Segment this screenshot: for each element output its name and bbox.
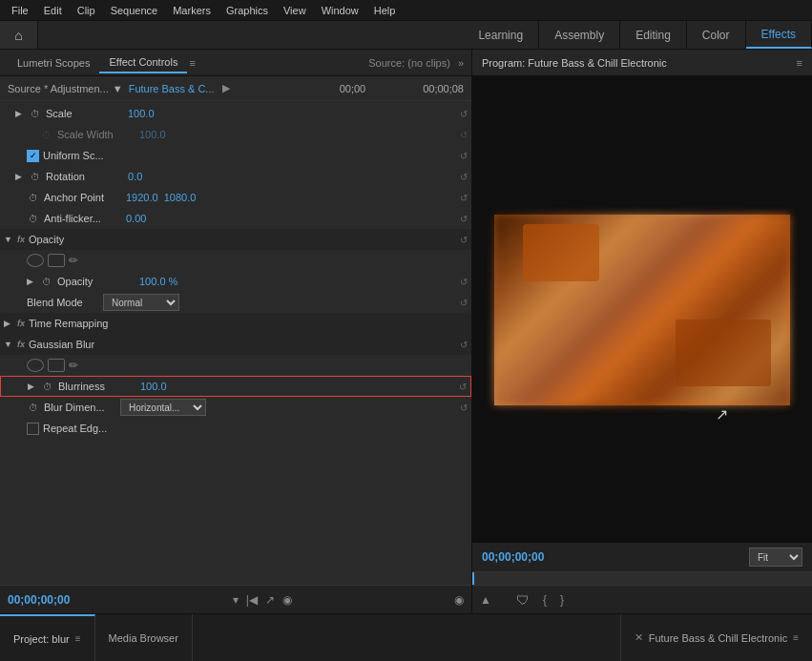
project-blur-menu-icon[interactable]: ≡	[75, 633, 81, 644]
opacity-stopwatch-icon[interactable]: ⏱	[40, 277, 53, 287]
menu-help[interactable]: Help	[366, 3, 404, 18]
fit-select[interactable]: Fit 25% 50% 75% 100%	[749, 547, 802, 567]
uniform-scale-row[interactable]: ✓ Uniform Sc... ↺	[0, 145, 471, 166]
blend-mode-select[interactable]: Normal Dissolve Multiply Screen	[103, 294, 179, 311]
blurriness-stopwatch-icon[interactable]: ⏱	[41, 382, 54, 392]
anti-flicker-reset-icon[interactable]: ↺	[460, 214, 468, 224]
uniform-scale-checkbox[interactable]: ✓	[27, 150, 39, 162]
tab-lumetri-scopes[interactable]: Lumetri Scopes	[8, 53, 99, 72]
repeat-edge-row[interactable]: Repeat Edg...	[0, 418, 471, 439]
progress-indicator	[472, 572, 474, 585]
menu-markers[interactable]: Markers	[165, 3, 219, 18]
time-remapping-section[interactable]: ▶ fx Time Remapping	[0, 313, 471, 334]
opacity-expand-icon: ▼	[4, 235, 13, 244]
blur-dimen-stopwatch-icon[interactable]: ⏱	[27, 403, 40, 413]
left-panel: Lumetri Scopes Effect Controls ≡ Source:…	[0, 50, 472, 613]
anti-flicker-value[interactable]: 0.00	[126, 213, 146, 224]
play-button[interactable]: ▶	[222, 82, 230, 94]
expand-panel-icon[interactable]: »	[458, 57, 464, 69]
blur-dimensions-row[interactable]: ⏱ Blur Dimen... Horizontal... Vertical H…	[0, 397, 471, 418]
checkbox-check-icon: ✓	[30, 151, 37, 160]
anti-flicker-stopwatch-icon[interactable]: ⏱	[27, 214, 40, 224]
home-button[interactable]: ⌂	[0, 21, 38, 49]
menu-sequence[interactable]: Sequence	[103, 3, 166, 18]
blur-dimen-select[interactable]: Horizontal... Vertical Horizontal and Ve…	[120, 399, 206, 416]
tab-learning[interactable]: Learning	[463, 21, 539, 49]
tab-media-browser[interactable]: Media Browser	[95, 614, 193, 661]
blend-mode-reset-icon[interactable]: ↺	[460, 298, 468, 308]
scale-stopwatch-icon[interactable]: ⏱	[29, 109, 42, 119]
transport-controls: ▲ 🛡 { }	[472, 585, 812, 613]
timeline-dot-right[interactable]: ◉	[454, 593, 464, 607]
tab-effect-controls[interactable]: Effect Controls	[99, 52, 187, 73]
menu-view[interactable]: View	[276, 3, 314, 18]
anchor-y-value[interactable]: 1080.0	[164, 192, 197, 203]
blur-dimen-reset-icon[interactable]: ↺	[460, 403, 468, 413]
blurriness-value[interactable]: 100.0	[140, 381, 167, 392]
future-bass-menu-icon[interactable]: ≡	[793, 632, 799, 643]
rotation-stopwatch-icon[interactable]: ⏱	[29, 172, 42, 182]
in-point-icon[interactable]: ▲	[480, 593, 491, 607]
time-remapping-fx-badge: fx	[17, 319, 25, 328]
program-monitor-menu-icon[interactable]: ≡	[797, 57, 802, 69]
rotation-reset-icon[interactable]: ↺	[460, 172, 468, 182]
anchor-reset-icon[interactable]: ↺	[460, 193, 468, 203]
blend-mode-row[interactable]: Blend Mode Normal Dissolve Multiply Scre…	[0, 292, 471, 313]
video-detail-1	[523, 224, 599, 281]
scale-label: Scale	[46, 108, 122, 119]
expand-arrow-icon[interactable]: ▼	[113, 83, 123, 94]
scale-reset-icon[interactable]: ↺	[460, 109, 468, 119]
repeat-edge-checkbox[interactable]	[27, 423, 39, 435]
tab-assembly[interactable]: Assembly	[539, 21, 620, 49]
tab-future-bass[interactable]: ✕ Future Bass & Chill Electronic ≡	[620, 614, 812, 661]
opacity-value-row[interactable]: ▶ ⏱ Opacity 100.0 % ↺	[0, 271, 471, 292]
menu-file[interactable]: File	[4, 3, 36, 18]
rotation-value[interactable]: 0.0	[128, 171, 142, 182]
anchor-point-row[interactable]: ⏱ Anchor Point 1920.0 1080.0 ↺	[0, 187, 471, 208]
menu-window[interactable]: Window	[314, 3, 366, 18]
tab-editing[interactable]: Editing	[620, 21, 687, 49]
gaussian-blur-reset-icon[interactable]: ↺	[460, 340, 468, 350]
clip-name[interactable]: Future Bass & C...	[129, 83, 215, 94]
opacity-value[interactable]: 100.0 %	[139, 276, 177, 287]
blurriness-row[interactable]: ▶ ⏱ Blurriness 100.0 ↺	[0, 376, 471, 397]
timeline-dot-left[interactable]: ◉	[282, 593, 292, 607]
rotation-row[interactable]: ▶ ⏱ Rotation 0.0 ↺	[0, 166, 471, 187]
prev-keyframe-icon[interactable]: |◀	[246, 593, 258, 607]
opacity-section-header[interactable]: ▼ fx Opacity ↺	[0, 229, 471, 250]
rect-mask-button[interactable]	[48, 254, 65, 267]
menu-graphics[interactable]: Graphics	[219, 3, 276, 18]
home-icon: ⌂	[14, 28, 22, 43]
blurriness-reset-icon[interactable]: ↺	[459, 382, 467, 392]
gaussian-blur-expand-icon: ▼	[4, 340, 13, 349]
rotation-label: Rotation	[46, 171, 122, 182]
tab-project-blur[interactable]: Project: blur ≡	[0, 614, 95, 661]
anchor-stopwatch-icon[interactable]: ⏱	[27, 193, 40, 203]
scale-value[interactable]: 100.0	[128, 108, 155, 119]
progress-bar-area[interactable]	[472, 571, 812, 585]
gb-pen-tool-icon[interactable]: ✏	[69, 359, 78, 372]
menu-clip[interactable]: Clip	[70, 3, 103, 18]
filter-icon[interactable]: ▾	[233, 593, 239, 607]
scale-width-row[interactable]: ⏱ Scale Width 100.0 ↺	[0, 124, 471, 145]
opacity-fx-badge: fx	[17, 235, 25, 244]
export-icon[interactable]: ↗	[265, 593, 275, 607]
opacity-reset-icon[interactable]: ↺	[460, 277, 468, 287]
menu-edit[interactable]: Edit	[36, 3, 70, 18]
gb-rect-mask-button[interactable]	[48, 359, 65, 372]
close-panel-icon[interactable]: ✕	[635, 631, 643, 644]
ellipse-mask-button[interactable]	[27, 254, 44, 267]
anchor-x-value[interactable]: 1920.0	[126, 192, 158, 203]
anti-flicker-row[interactable]: ⏱ Anti-flicker... 0.00 ↺	[0, 208, 471, 229]
panel-menu-icon[interactable]: ≡	[189, 57, 195, 69]
uniform-scale-reset-icon[interactable]: ↺	[460, 151, 468, 161]
panel-timecode: 00;00;00;00	[8, 593, 70, 607]
opacity-section-reset-icon[interactable]: ↺	[460, 235, 468, 245]
scale-row[interactable]: ▶ ⏱ Scale 100.0 ↺	[0, 103, 471, 124]
pen-tool-icon[interactable]: ✏	[69, 254, 78, 267]
gaussian-blur-section[interactable]: ▼ fx Gaussian Blur ↺	[0, 334, 471, 355]
gb-ellipse-mask-button[interactable]	[27, 359, 44, 372]
tab-effects[interactable]: Effects	[746, 21, 812, 49]
scale-width-reset-icon[interactable]: ↺	[460, 130, 468, 140]
tab-color[interactable]: Color	[687, 21, 746, 49]
